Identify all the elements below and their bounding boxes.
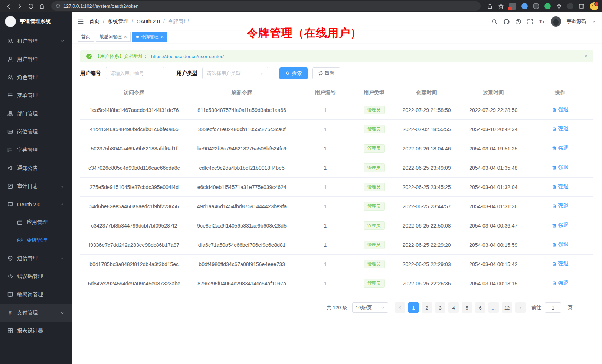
sidebar-item[interactable]: 审计日志: [0, 177, 72, 195]
top-header: 首页/系统管理/OAuth 2.0/令牌管理 TT 芋道源码: [72, 12, 602, 31]
expire-time-cell: 2054-03-04 19:51:25: [460, 139, 527, 158]
blue-extension-icon[interactable]: [521, 3, 528, 9]
sidebar-item[interactable]: 字典管理: [0, 141, 72, 159]
pagination-page[interactable]: 3: [435, 302, 445, 313]
breadcrumb-item[interactable]: 首页: [89, 18, 99, 25]
force-logout-button[interactable]: 强退: [552, 261, 569, 267]
force-logout-button[interactable]: 强退: [552, 183, 569, 190]
search-icon: [285, 71, 290, 76]
sidebar-item[interactable]: 岗位管理: [0, 123, 72, 141]
reset-button[interactable]: 重置: [312, 67, 340, 79]
alert-close-icon[interactable]: ×: [584, 53, 588, 59]
bookmark-star-icon[interactable]: [496, 1, 506, 11]
user-id-cell: 1: [296, 235, 355, 255]
access-token-cell: 1ea5e44f8bc1467aaede43144f31de76: [80, 100, 188, 120]
back-icon[interactable]: [4, 1, 13, 11]
pagination-page[interactable]: 5: [462, 302, 472, 313]
sidebar-item[interactable]: 报表设计器: [0, 322, 72, 340]
sidebar-item[interactable]: 通知公告: [0, 159, 72, 177]
extension-badge-icon[interactable]: [509, 3, 516, 10]
chevron-down-icon[interactable]: [592, 19, 596, 24]
sidebar-item-label: 审计日志: [17, 183, 38, 190]
help-icon[interactable]: [515, 19, 521, 25]
force-logout-button[interactable]: 强退: [552, 241, 569, 248]
site-info-icon[interactable]: [56, 4, 60, 9]
close-icon[interactable]: ×: [161, 34, 164, 39]
font-size-icon[interactable]: TT: [539, 19, 545, 25]
user-type-select[interactable]: 请选择用户类型: [202, 67, 268, 79]
pagination-ellipsis[interactable]: …: [488, 302, 499, 313]
user-id-input[interactable]: [106, 67, 164, 79]
profile-avatar[interactable]: [590, 2, 598, 10]
tab-item[interactable]: 敏感词管理×: [96, 32, 131, 42]
sidebar-item[interactable]: 敏感词管理: [0, 285, 72, 304]
svg-text:T: T: [543, 20, 545, 24]
url-bar[interactable]: 127.0.0.1:1024/system/oauth2/token: [51, 1, 481, 11]
sidebar-item[interactable]: 菜单管理: [0, 86, 72, 105]
sidebar-item[interactable]: ¥支付管理: [0, 304, 72, 322]
paw-extension-icon[interactable]: [567, 3, 573, 9]
access-token-cell: c342377bf8b344799dcbf7bf095287f2: [80, 216, 188, 235]
action-cell: 强退: [527, 139, 593, 158]
user-type-tag: 管理员: [364, 279, 385, 288]
breadcrumb-item[interactable]: OAuth 2.0: [137, 19, 160, 24]
force-logout-button[interactable]: 强退: [552, 280, 569, 287]
trash-icon: [552, 165, 557, 170]
tab-item[interactable]: 令牌管理×: [132, 32, 168, 42]
sidebar-subitem[interactable]: 令牌管理: [0, 231, 72, 249]
sidebar-item[interactable]: OAuth 2.0: [0, 195, 72, 214]
pagination-page[interactable]: 12: [502, 302, 512, 313]
sidebar-subitem-label: 令牌管理: [27, 237, 48, 244]
sidebar-item[interactable]: 用户管理: [0, 50, 72, 68]
sidebar-item-label: 短信管理: [17, 255, 38, 262]
side-panel-icon[interactable]: [577, 1, 586, 11]
tab-item[interactable]: 首页: [78, 32, 94, 42]
close-icon[interactable]: ×: [124, 34, 127, 39]
app-logo[interactable]: 芋道管理系统: [0, 12, 72, 31]
sidebar-item[interactable]: 租户管理: [0, 32, 72, 50]
home-icon[interactable]: [37, 1, 47, 11]
forward-icon[interactable]: [15, 1, 24, 11]
sidebar-item[interactable]: 角色管理: [0, 68, 72, 86]
pagination-page[interactable]: 4: [448, 302, 459, 313]
breadcrumb-item: 令牌管理: [168, 18, 189, 25]
user-name[interactable]: 芋道源码: [567, 18, 586, 25]
pagination-next[interactable]: [515, 302, 526, 313]
menu-list-icon: [7, 93, 13, 98]
search-icon[interactable]: [491, 19, 498, 25]
fullscreen-icon[interactable]: [527, 19, 533, 25]
user-avatar[interactable]: [551, 16, 561, 27]
force-logout-button[interactable]: 强退: [552, 106, 569, 113]
force-logout-button[interactable]: 强退: [552, 145, 569, 152]
force-logout-button[interactable]: 强退: [552, 164, 569, 171]
table-row: c347026e805e4d99b0d116eae66eda8ccdfc4ce9…: [80, 158, 593, 178]
green-extension-icon[interactable]: [544, 3, 551, 9]
pagination-page[interactable]: 6: [475, 302, 485, 313]
github-icon[interactable]: [503, 19, 510, 25]
share-icon[interactable]: [485, 1, 495, 11]
alert-link[interactable]: https://doc.iocoder.cn/user-center/: [151, 54, 224, 59]
search-button[interactable]: 搜索: [279, 67, 308, 79]
sidebar-item-label: 通知公告: [17, 165, 38, 172]
dark-extension-icon[interactable]: [533, 3, 539, 9]
pagination-page[interactable]: 2: [422, 302, 432, 313]
goto-page-input[interactable]: [545, 302, 561, 313]
sidebar-item[interactable]: 短信管理: [0, 249, 72, 267]
table-row: 6d842e2924594de9a09e45e087323abe8796295f…: [80, 274, 593, 293]
pagination-prev[interactable]: [395, 302, 405, 313]
sidebar-item[interactable]: 错误码管理: [0, 267, 72, 285]
sidebar-toggle-icon[interactable]: [78, 19, 84, 25]
goto-label: 前往: [531, 304, 541, 311]
reload-icon[interactable]: [26, 1, 36, 11]
sidebar-item[interactable]: 部门管理: [0, 105, 72, 123]
breadcrumb-item[interactable]: 系统管理: [108, 18, 128, 25]
force-logout-button[interactable]: 强退: [552, 126, 569, 132]
pagination-page[interactable]: 1: [408, 302, 419, 313]
page-size-select[interactable]: 10条/页: [352, 302, 388, 313]
extensions-puzzle-icon[interactable]: [554, 1, 564, 11]
column-header: 创建时间: [393, 85, 460, 100]
sidebar-subitem[interactable]: 应用管理: [0, 214, 72, 231]
force-logout-button[interactable]: 强退: [552, 203, 569, 209]
user-id-cell: 1: [296, 197, 355, 216]
force-logout-button[interactable]: 强退: [552, 222, 569, 229]
